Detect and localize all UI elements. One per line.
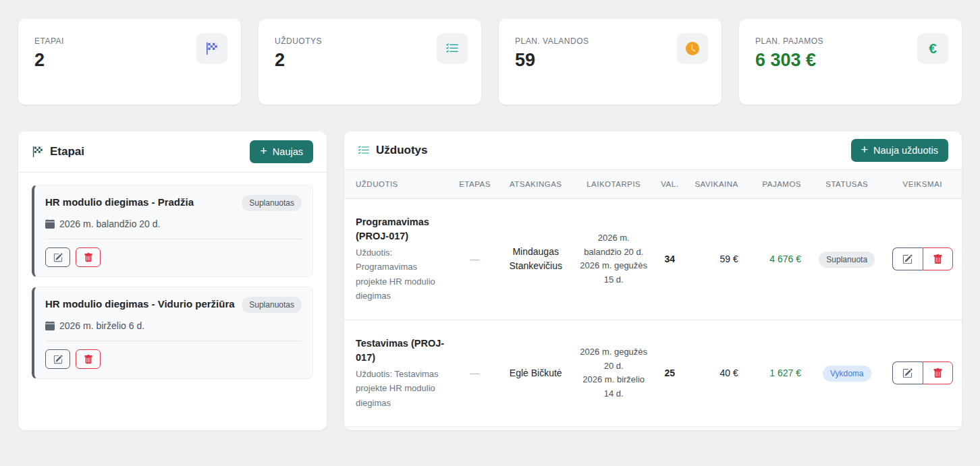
button-label: Nauja užduotis bbox=[873, 145, 938, 156]
milestones-panel: Etapai Naujas HR modulio diegimas - Prad… bbox=[18, 132, 327, 430]
milestone-title: HR modulio diegimas - Vidurio peržiūra bbox=[45, 297, 235, 310]
divider bbox=[45, 239, 302, 239]
task-cell: Testavimas (PROJ-017) Užduotis: Testavim… bbox=[344, 320, 452, 426]
milestone-card: HR modulio diegimas - Vidurio peržiūra S… bbox=[32, 287, 313, 379]
cost-cell: 59 € bbox=[686, 199, 748, 320]
stage-cell: — bbox=[452, 320, 497, 426]
panel-title-text: Etapai bbox=[50, 145, 84, 158]
task-description: Užduotis: Testavimas projekte HR modulio… bbox=[356, 367, 447, 410]
tasks-panel-title: Užduotys bbox=[358, 144, 428, 157]
euro-icon bbox=[917, 33, 948, 64]
dashboard-page: ETAPAI 2 UŽDUOTYS 2 bbox=[0, 0, 980, 430]
period-end: 2026 m. birželio 14 d. bbox=[579, 373, 648, 401]
stats-row: ETAPAI 2 UŽDUOTYS 2 bbox=[18, 19, 962, 105]
col-header-pajamos: PAJAMOS bbox=[748, 170, 811, 199]
calendar-icon bbox=[45, 321, 55, 330]
stat-card-etapai: ETAPAI 2 bbox=[18, 19, 241, 105]
status-badge: Suplanuotas bbox=[242, 195, 302, 211]
actions-cell bbox=[883, 320, 962, 426]
pencil-square-icon bbox=[53, 355, 63, 364]
checklist-icon bbox=[358, 144, 370, 156]
edit-milestone-button[interactable] bbox=[45, 349, 70, 369]
stat-card-uzduotys: UŽDUOTYS 2 bbox=[258, 19, 481, 105]
totals-hours: 59 bbox=[653, 427, 686, 430]
milestones-panel-header: Etapai Naujas bbox=[18, 132, 327, 173]
plus-icon bbox=[260, 146, 267, 157]
trash-icon bbox=[84, 253, 93, 262]
new-task-button[interactable]: Nauja užduotis bbox=[851, 139, 948, 162]
delete-milestone-button[interactable] bbox=[76, 349, 101, 369]
assignee-cell: Eglė Bičkutė bbox=[497, 320, 574, 426]
task-cell: Programavimas (PROJ-017) Užduotis: Progr… bbox=[344, 199, 452, 320]
empty-cell bbox=[811, 427, 883, 430]
stat-card-plan-pajamos: PLAN. PAJAMOS 6 303 € bbox=[739, 19, 962, 105]
panels-row: Etapai Naujas HR modulio diegimas - Prad… bbox=[18, 132, 962, 430]
tasks-table-container: UŽDUOTIS ETAPAS ATSAKINGAS LAIKOTARPIS V… bbox=[344, 170, 962, 430]
period-start: 2026 m. balandžio 20 d. bbox=[579, 231, 648, 260]
table-row: Programavimas (PROJ-017) Užduotis: Progr… bbox=[344, 199, 962, 320]
task-name: Testavimas (PROJ-017) bbox=[356, 337, 447, 365]
flag-icon bbox=[196, 33, 227, 64]
totals-income: 6 303 € bbox=[748, 427, 811, 430]
table-footer-row: Viso: 59 3 006 € 6 303 € bbox=[344, 427, 962, 430]
col-header-atsakingas: ATSAKINGAS bbox=[497, 170, 574, 199]
milestone-title: HR modulio diegimas - Pradžia bbox=[45, 195, 194, 208]
income-cell: 4 676 € bbox=[748, 199, 811, 320]
totals-label: Viso: bbox=[344, 427, 653, 430]
status-cell: Suplanuota bbox=[811, 199, 883, 320]
delete-task-button[interactable] bbox=[923, 361, 953, 384]
period-start: 2026 m. gegužės 20 d. bbox=[579, 345, 648, 374]
button-label: Naujas bbox=[273, 146, 303, 157]
period-end: 2026 m. gegužės 15 d. bbox=[579, 259, 648, 287]
trash-icon bbox=[84, 355, 93, 364]
calendar-icon bbox=[45, 219, 55, 229]
milestone-card: HR modulio diegimas - Pradžia Suplanuota… bbox=[32, 185, 313, 277]
edit-milestone-button[interactable] bbox=[45, 247, 70, 267]
col-header-savikaina: SAVIKAINA bbox=[686, 170, 748, 199]
cost-cell: 40 € bbox=[686, 320, 748, 426]
period-cell: 2026 m. gegužės 20 d. 2026 m. birželio 1… bbox=[574, 320, 653, 426]
delete-milestone-button[interactable] bbox=[76, 247, 101, 267]
tasks-panel-header: Užduotys Nauja užduotis bbox=[344, 132, 962, 170]
stage-cell: — bbox=[452, 199, 497, 320]
trash-icon bbox=[933, 254, 943, 264]
task-description: Užduotis: Programavimas projekte HR modu… bbox=[356, 245, 447, 303]
status-badge: Suplanuotas bbox=[242, 297, 302, 313]
empty-cell bbox=[883, 427, 962, 430]
checklist-icon bbox=[437, 33, 468, 64]
edit-task-button[interactable] bbox=[892, 247, 923, 270]
clock-icon bbox=[677, 33, 708, 64]
edit-task-button[interactable] bbox=[892, 361, 923, 384]
col-header-laikotarpis: LAIKOTARPIS bbox=[574, 170, 653, 199]
hours-cell: 25 bbox=[653, 320, 686, 426]
period-cell: 2026 m. balandžio 20 d. 2026 m. gegužės … bbox=[574, 199, 653, 320]
panel-title-text: Užduotys bbox=[376, 144, 428, 157]
milestone-date-text: 2026 m. birželio 6 d. bbox=[59, 320, 144, 331]
divider bbox=[45, 341, 302, 341]
delete-task-button[interactable] bbox=[923, 247, 953, 270]
col-header-veiksmai: VEIKSMAI bbox=[883, 170, 962, 199]
pencil-square-icon bbox=[53, 253, 63, 262]
stat-card-plan-valandos: PLAN. VALANDOS 59 bbox=[499, 19, 722, 105]
status-badge: Suplanuota bbox=[819, 252, 875, 268]
new-milestone-button[interactable]: Naujas bbox=[250, 140, 313, 163]
assignee-cell: Mindaugas Stankevičius bbox=[497, 199, 574, 320]
milestone-date: 2026 m. birželio 6 d. bbox=[45, 320, 302, 331]
col-header-etapas: ETAPAS bbox=[452, 170, 497, 199]
actions-cell bbox=[883, 199, 962, 320]
task-name: Programavimas (PROJ-017) bbox=[356, 215, 447, 243]
milestones-panel-title: Etapai bbox=[32, 145, 84, 158]
milestone-date: 2026 m. balandžio 20 d. bbox=[45, 219, 302, 229]
hours-cell: 34 bbox=[653, 199, 686, 320]
milestone-date-text: 2026 m. balandžio 20 d. bbox=[59, 219, 160, 229]
status-cell: Vykdoma bbox=[811, 320, 883, 426]
pencil-square-icon bbox=[902, 254, 913, 264]
milestones-list: HR modulio diegimas - Pradžia Suplanuota… bbox=[18, 173, 327, 401]
tasks-table: UŽDUOTIS ETAPAS ATSAKINGAS LAIKOTARPIS V… bbox=[344, 170, 962, 430]
plus-icon bbox=[861, 145, 869, 156]
col-header-val: VAL. bbox=[653, 170, 686, 199]
table-header-row: UŽDUOTIS ETAPAS ATSAKINGAS LAIKOTARPIS V… bbox=[344, 170, 962, 199]
totals-cost: 3 006 € bbox=[686, 427, 748, 430]
tasks-panel: Užduotys Nauja užduotis UŽDUO bbox=[344, 132, 962, 430]
flag-icon bbox=[32, 146, 44, 158]
